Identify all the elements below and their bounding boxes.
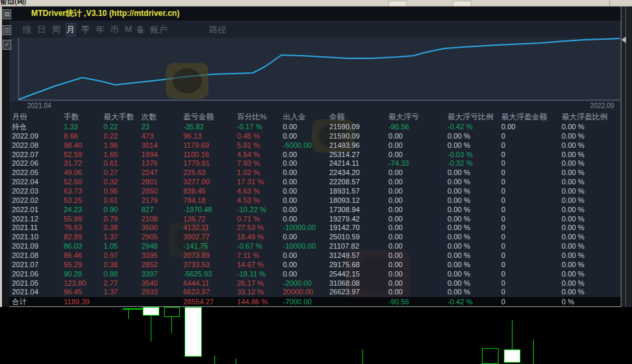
cell: 29175.68 [329,261,388,270]
candlestick-bullish-filled [185,307,202,357]
cell: 0.00 [388,151,447,160]
cell: 0 [501,196,562,206]
cell: 0.00 % [562,178,621,187]
cell: 7.93 % [237,159,283,168]
statistics-panel: MTDriver统计 ,V3.10 (http://mtdriver.cn) 综… [9,6,621,307]
tab-季[interactable]: 季 [81,24,90,36]
cell: 827 [141,206,183,215]
cell: 98.40 [64,141,104,151]
cell: 19279.42 [329,215,388,224]
table-row: 2021.0496.451.3729336623.9733.12 %20000.… [9,288,621,297]
cell: 0.00 [283,251,329,261]
column-header: 出入金 [283,111,329,123]
cell: 2021.07 [12,261,64,270]
table-row: 2022.0253.250.612179784.184.53 %0.001809… [9,196,621,206]
check-icon[interactable]: ✓ [3,40,11,50]
table-body: 持仓1.330.2223-35.82-0.17 %0.0021590.09-90… [9,123,621,306]
tab-日[interactable]: 日 [37,24,46,36]
cell: 1179.69 [183,141,237,151]
cell: 2022.03 [12,187,64,196]
cell: 2801 [141,178,183,187]
cell: 2247 [141,168,183,178]
cell: 0 [501,251,562,261]
toolbar-fragment [388,1,407,7]
cell: 2179 [141,196,183,206]
cell: 0.00 [388,233,447,242]
cell: 0.00 % [447,270,501,279]
cell: -7000.00 [283,297,329,306]
cell: 1.98 [104,141,141,151]
cell: 4.63 % [237,187,283,196]
cell: -74.33 [388,159,447,168]
cell: 0.00 % [562,251,621,261]
cell: 2021.10 [12,233,64,242]
cell: 0.00 % [562,215,621,224]
cell: 0.00 % [447,279,501,288]
cell: 6444.11 [183,279,237,288]
column-header: 最大浮盈比例 [562,111,621,123]
tab-账户[interactable]: 账户 [150,24,167,36]
cell [104,297,141,306]
cell: -10.22 % [237,206,283,215]
scrollbar-track [625,6,626,307]
tab-币[interactable]: 币 [110,24,119,36]
image-icon[interactable]: ◫ [3,25,11,35]
window-icon[interactable]: ▤ [3,9,11,19]
tab-M[interactable]: M [125,24,132,34]
cell: -90.56 [388,123,447,132]
cell: 0.90 [104,206,141,215]
candle-wick [214,355,215,364]
table-row: 2021.1176.630.3835004132.1127.53 %-10000… [9,223,621,233]
cell: 0.00 % [562,151,621,160]
cell: 0.00 [388,206,447,215]
cell: 1.33 [64,123,104,132]
candlestick-hollow [482,348,499,364]
column-header: 盈亏金额 [183,111,237,123]
cell: 96.45 [64,288,104,297]
cell: 0.00 [283,132,329,141]
table-row: 持仓1.330.2223-35.82-0.17 %0.0021590.09-90… [9,123,621,132]
table-row: 2021.05123.802.7735406444.1126.17 %-2000… [9,279,621,288]
cell: 23 [141,123,183,132]
cell: 0.00 % [562,233,621,242]
cell: 0.00 [283,159,329,168]
cell: -35.82 [183,123,237,132]
cell: 2022.08 [12,141,64,151]
cell: 2021.05 [12,279,64,288]
menu-item-help[interactable]: 帮助(H) [0,0,25,7]
cell: 0.00 [283,151,329,160]
cell: 2850 [141,187,183,196]
cell: 7.11 % [237,251,283,261]
cell [141,297,183,306]
cell: 持仓 [12,123,64,132]
tab-path[interactable]: 路径 [209,24,226,36]
cell: 0.00 [388,270,447,279]
tab-周[interactable]: 周 [52,24,60,36]
cell: -10000.00 [283,242,329,251]
cell: 33.12 % [237,288,283,297]
cell: 0.00 % [447,196,501,206]
cell: 225.63 [183,168,237,178]
cell: 0.00 % [562,123,621,132]
table-header-row: 月份手数最大手数次数盈亏金额百分比%出入金余额最大浮亏最大浮亏比例最大浮盈金额最… [9,111,621,123]
cell: 0 [501,261,562,270]
cell: 31.72 [64,159,104,168]
cell: 25010.59 [329,233,388,242]
panel-title: MTDriver统计 ,V3.10 (http://mtdriver.cn) [31,6,179,21]
table-row: 2022.0124.230.90827-1970.48-10.22 %0.001… [9,206,621,215]
tab-年[interactable]: 年 [96,24,104,36]
cell: 0.00 % [447,223,501,233]
tab-备[interactable]: 备 [136,24,145,36]
cell: 0 % [562,297,621,306]
tab-综[interactable]: 综 [23,24,31,36]
cell: 合计 [12,297,64,306]
cell: 0.97 [104,251,141,261]
panel-title-bar[interactable]: MTDriver统计 ,V3.10 (http://mtdriver.cn) [9,6,621,21]
cell: 0.00 [283,196,329,206]
cell: 82.89 [64,233,104,242]
cell: 3540 [141,279,183,288]
tab-月[interactable]: 月 [66,24,75,36]
right-scrollbar-strip [621,6,632,307]
collapse-arrow-icon[interactable] [621,36,626,43]
cell: 2022.01 [12,206,64,215]
